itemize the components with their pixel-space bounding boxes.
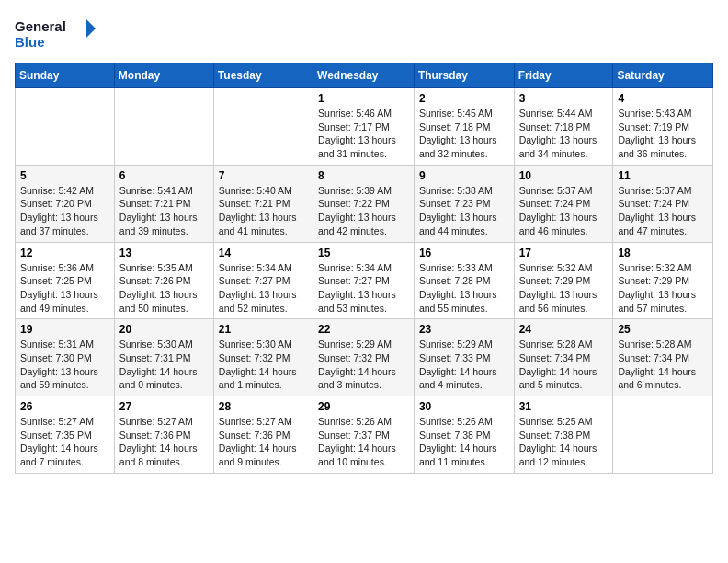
- day-number: 12: [20, 247, 109, 259]
- column-header-tuesday: Tuesday: [213, 63, 313, 88]
- calendar-cell: 3Sunrise: 5:44 AM Sunset: 7:18 PM Daylig…: [514, 88, 613, 166]
- calendar-cell: 30Sunrise: 5:26 AM Sunset: 7:38 PM Dayli…: [414, 396, 514, 474]
- day-info: Sunrise: 5:46 AM Sunset: 7:17 PM Dayligh…: [318, 107, 409, 161]
- calendar-cell: [213, 88, 313, 166]
- column-header-friday: Friday: [514, 63, 613, 88]
- day-info: Sunrise: 5:42 AM Sunset: 7:20 PM Dayligh…: [20, 184, 109, 238]
- day-info: Sunrise: 5:39 AM Sunset: 7:22 PM Dayligh…: [318, 184, 409, 238]
- day-info: Sunrise: 5:29 AM Sunset: 7:33 PM Dayligh…: [419, 338, 509, 392]
- day-info: Sunrise: 5:43 AM Sunset: 7:19 PM Dayligh…: [618, 107, 708, 161]
- calendar-table: SundayMondayTuesdayWednesdayThursdayFrid…: [15, 63, 713, 474]
- day-number: 3: [519, 92, 609, 105]
- calendar-cell: 31Sunrise: 5:25 AM Sunset: 7:38 PM Dayli…: [514, 396, 613, 474]
- day-number: 28: [219, 400, 308, 413]
- day-info: Sunrise: 5:37 AM Sunset: 7:24 PM Dayligh…: [618, 184, 708, 238]
- calendar-cell: 10Sunrise: 5:37 AM Sunset: 7:24 PM Dayli…: [514, 165, 613, 242]
- day-number: 13: [119, 247, 209, 259]
- day-info: Sunrise: 5:33 AM Sunset: 7:28 PM Dayligh…: [419, 261, 509, 316]
- day-info: Sunrise: 5:26 AM Sunset: 7:38 PM Dayligh…: [419, 415, 509, 469]
- column-header-wednesday: Wednesday: [313, 63, 415, 88]
- day-number: 23: [419, 323, 509, 336]
- day-info: Sunrise: 5:41 AM Sunset: 7:21 PM Dayligh…: [119, 184, 209, 238]
- calendar-week-row: 19Sunrise: 5:31 AM Sunset: 7:30 PM Dayli…: [16, 319, 713, 396]
- day-info: Sunrise: 5:31 AM Sunset: 7:30 PM Dayligh…: [20, 338, 109, 392]
- calendar-cell: 8Sunrise: 5:39 AM Sunset: 7:22 PM Daylig…: [313, 165, 415, 242]
- day-info: Sunrise: 5:26 AM Sunset: 7:37 PM Dayligh…: [318, 415, 409, 469]
- calendar-cell: 25Sunrise: 5:28 AM Sunset: 7:34 PM Dayli…: [613, 319, 713, 396]
- day-info: Sunrise: 5:27 AM Sunset: 7:36 PM Dayligh…: [219, 415, 308, 469]
- day-number: 24: [519, 323, 609, 336]
- day-number: 4: [618, 92, 708, 105]
- column-header-sunday: Sunday: [16, 63, 115, 88]
- day-number: 31: [519, 400, 609, 413]
- calendar-cell: 13Sunrise: 5:35 AM Sunset: 7:26 PM Dayli…: [114, 242, 213, 319]
- day-number: 7: [219, 169, 308, 182]
- day-info: Sunrise: 5:28 AM Sunset: 7:34 PM Dayligh…: [519, 338, 609, 392]
- calendar-week-row: 26Sunrise: 5:27 AM Sunset: 7:35 PM Dayli…: [16, 396, 713, 474]
- calendar-cell: [16, 88, 115, 166]
- day-info: Sunrise: 5:29 AM Sunset: 7:32 PM Dayligh…: [318, 338, 409, 392]
- calendar-cell: 2Sunrise: 5:45 AM Sunset: 7:18 PM Daylig…: [414, 88, 514, 166]
- day-number: 8: [318, 169, 409, 182]
- logo-svg: General Blue: [15, 15, 97, 52]
- calendar-cell: 7Sunrise: 5:40 AM Sunset: 7:21 PM Daylig…: [213, 165, 313, 242]
- day-info: Sunrise: 5:28 AM Sunset: 7:34 PM Dayligh…: [618, 338, 708, 392]
- calendar-cell: 11Sunrise: 5:37 AM Sunset: 7:24 PM Dayli…: [613, 165, 713, 242]
- day-header-row: SundayMondayTuesdayWednesdayThursdayFrid…: [16, 63, 713, 88]
- day-info: Sunrise: 5:38 AM Sunset: 7:23 PM Dayligh…: [419, 184, 509, 238]
- day-number: 10: [519, 169, 609, 182]
- calendar-cell: 20Sunrise: 5:30 AM Sunset: 7:31 PM Dayli…: [114, 319, 213, 396]
- day-number: 17: [519, 247, 609, 259]
- calendar-cell: 9Sunrise: 5:38 AM Sunset: 7:23 PM Daylig…: [414, 165, 514, 242]
- day-number: 27: [119, 400, 209, 413]
- calendar-cell: 6Sunrise: 5:41 AM Sunset: 7:21 PM Daylig…: [114, 165, 213, 242]
- calendar-cell: 5Sunrise: 5:42 AM Sunset: 7:20 PM Daylig…: [16, 165, 115, 242]
- calendar-cell: 29Sunrise: 5:26 AM Sunset: 7:37 PM Dayli…: [313, 396, 415, 474]
- calendar-cell: 17Sunrise: 5:32 AM Sunset: 7:29 PM Dayli…: [514, 242, 613, 319]
- calendar-week-row: 12Sunrise: 5:36 AM Sunset: 7:25 PM Dayli…: [16, 242, 713, 319]
- day-number: 9: [419, 169, 509, 182]
- calendar-cell: [114, 88, 213, 166]
- calendar-cell: 19Sunrise: 5:31 AM Sunset: 7:30 PM Dayli…: [16, 319, 115, 396]
- day-number: 30: [419, 400, 509, 413]
- column-header-saturday: Saturday: [613, 63, 713, 88]
- day-info: Sunrise: 5:40 AM Sunset: 7:21 PM Dayligh…: [219, 184, 308, 238]
- day-info: Sunrise: 5:30 AM Sunset: 7:32 PM Dayligh…: [219, 338, 308, 392]
- day-number: 15: [318, 247, 409, 259]
- calendar-cell: 18Sunrise: 5:32 AM Sunset: 7:29 PM Dayli…: [613, 242, 713, 319]
- calendar-cell: 12Sunrise: 5:36 AM Sunset: 7:25 PM Dayli…: [16, 242, 115, 319]
- day-info: Sunrise: 5:34 AM Sunset: 7:27 PM Dayligh…: [318, 261, 409, 316]
- day-info: Sunrise: 5:36 AM Sunset: 7:25 PM Dayligh…: [20, 261, 109, 316]
- calendar-cell: 22Sunrise: 5:29 AM Sunset: 7:32 PM Dayli…: [313, 319, 415, 396]
- logo: General Blue: [15, 15, 97, 52]
- calendar-cell: 23Sunrise: 5:29 AM Sunset: 7:33 PM Dayli…: [414, 319, 514, 396]
- day-number: 19: [20, 323, 109, 336]
- calendar-cell: 28Sunrise: 5:27 AM Sunset: 7:36 PM Dayli…: [213, 396, 313, 474]
- calendar-cell: [613, 396, 713, 474]
- calendar-cell: 14Sunrise: 5:34 AM Sunset: 7:27 PM Dayli…: [213, 242, 313, 319]
- day-info: Sunrise: 5:44 AM Sunset: 7:18 PM Dayligh…: [519, 107, 609, 161]
- page-header: General Blue: [15, 15, 713, 52]
- day-info: Sunrise: 5:25 AM Sunset: 7:38 PM Dayligh…: [519, 415, 609, 469]
- day-info: Sunrise: 5:27 AM Sunset: 7:36 PM Dayligh…: [119, 415, 209, 469]
- day-number: 5: [20, 169, 109, 182]
- day-info: Sunrise: 5:32 AM Sunset: 7:29 PM Dayligh…: [519, 261, 609, 316]
- column-header-monday: Monday: [114, 63, 213, 88]
- calendar-cell: 4Sunrise: 5:43 AM Sunset: 7:19 PM Daylig…: [613, 88, 713, 166]
- calendar-cell: 16Sunrise: 5:33 AM Sunset: 7:28 PM Dayli…: [414, 242, 514, 319]
- calendar-cell: 15Sunrise: 5:34 AM Sunset: 7:27 PM Dayli…: [313, 242, 415, 319]
- day-info: Sunrise: 5:37 AM Sunset: 7:24 PM Dayligh…: [519, 184, 609, 238]
- calendar-cell: 27Sunrise: 5:27 AM Sunset: 7:36 PM Dayli…: [114, 396, 213, 474]
- calendar-cell: 1Sunrise: 5:46 AM Sunset: 7:17 PM Daylig…: [313, 88, 415, 166]
- day-info: Sunrise: 5:35 AM Sunset: 7:26 PM Dayligh…: [119, 261, 209, 316]
- column-header-thursday: Thursday: [414, 63, 514, 88]
- day-number: 2: [419, 92, 509, 105]
- svg-text:General: General: [15, 18, 66, 34]
- day-number: 25: [618, 323, 708, 336]
- day-number: 18: [618, 247, 708, 259]
- day-info: Sunrise: 5:45 AM Sunset: 7:18 PM Dayligh…: [419, 107, 509, 161]
- calendar-cell: 21Sunrise: 5:30 AM Sunset: 7:32 PM Dayli…: [213, 319, 313, 396]
- day-number: 26: [20, 400, 109, 413]
- day-number: 16: [419, 247, 509, 259]
- calendar-cell: 24Sunrise: 5:28 AM Sunset: 7:34 PM Dayli…: [514, 319, 613, 396]
